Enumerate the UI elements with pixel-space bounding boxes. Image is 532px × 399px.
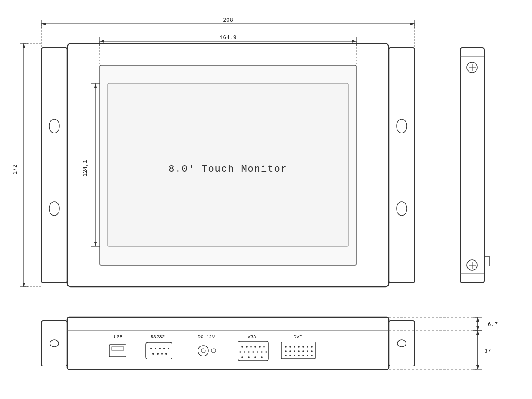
svg-point-75 bbox=[248, 351, 250, 353]
svg-point-96 bbox=[302, 350, 304, 352]
svg-point-101 bbox=[294, 355, 295, 356]
svg-point-56 bbox=[155, 348, 156, 349]
dvi-label: DVI bbox=[294, 334, 302, 339]
svg-point-65 bbox=[201, 349, 205, 353]
dc12v-label: DC 12V bbox=[198, 334, 215, 339]
svg-point-6 bbox=[49, 202, 59, 216]
svg-rect-49 bbox=[389, 321, 415, 366]
svg-point-97 bbox=[307, 350, 308, 352]
svg-point-74 bbox=[244, 351, 245, 353]
svg-point-59 bbox=[168, 348, 169, 349]
dim-208: 208 bbox=[223, 17, 233, 23]
svg-point-66 bbox=[211, 349, 216, 353]
svg-point-86 bbox=[289, 346, 291, 348]
svg-point-50 bbox=[50, 340, 59, 347]
svg-point-100 bbox=[289, 355, 291, 356]
svg-marker-28 bbox=[23, 43, 25, 48]
svg-point-8 bbox=[397, 202, 407, 216]
svg-point-70 bbox=[254, 346, 256, 348]
svg-point-5 bbox=[49, 119, 59, 133]
svg-point-99 bbox=[285, 355, 287, 356]
svg-point-71 bbox=[259, 346, 261, 348]
svg-marker-15 bbox=[410, 23, 415, 25]
svg-point-68 bbox=[246, 346, 248, 348]
svg-point-82 bbox=[254, 356, 256, 358]
svg-point-55 bbox=[150, 348, 152, 349]
usb-label: USB bbox=[114, 334, 122, 339]
svg-marker-21 bbox=[100, 40, 104, 43]
svg-marker-14 bbox=[41, 23, 46, 25]
svg-point-89 bbox=[302, 346, 304, 348]
svg-point-91 bbox=[311, 346, 313, 348]
svg-rect-54 bbox=[112, 347, 124, 350]
svg-point-80 bbox=[241, 356, 243, 358]
svg-rect-46 bbox=[484, 256, 489, 266]
dim-124: 124,1 bbox=[82, 160, 89, 176]
monitor-label: 8.0' Touch Monitor bbox=[169, 164, 287, 175]
drawing-page: 8.0' Touch Monitor 208 164,9 172 124,1 bbox=[0, 0, 532, 399]
svg-rect-37 bbox=[460, 48, 484, 283]
svg-point-7 bbox=[397, 119, 407, 133]
svg-point-94 bbox=[294, 350, 295, 352]
svg-point-93 bbox=[289, 350, 291, 352]
svg-marker-118 bbox=[476, 330, 479, 335]
svg-rect-3 bbox=[389, 48, 415, 283]
dim-37: 37 bbox=[484, 348, 491, 355]
svg-point-88 bbox=[298, 346, 300, 348]
svg-point-102 bbox=[298, 355, 300, 356]
vga-label: VGA bbox=[248, 334, 256, 339]
svg-point-79 bbox=[265, 351, 267, 353]
svg-point-69 bbox=[250, 346, 252, 348]
svg-marker-29 bbox=[23, 283, 25, 287]
svg-point-76 bbox=[252, 351, 254, 353]
svg-marker-35 bbox=[94, 83, 97, 88]
svg-rect-48 bbox=[41, 321, 67, 366]
svg-point-61 bbox=[157, 353, 159, 355]
svg-point-83 bbox=[261, 356, 263, 358]
svg-point-77 bbox=[257, 351, 258, 353]
svg-marker-111 bbox=[476, 326, 479, 330]
svg-point-60 bbox=[152, 353, 154, 355]
svg-point-64 bbox=[198, 346, 208, 356]
svg-point-62 bbox=[161, 353, 163, 355]
svg-point-85 bbox=[285, 346, 287, 348]
svg-point-63 bbox=[165, 353, 167, 355]
svg-point-51 bbox=[397, 340, 406, 347]
svg-marker-36 bbox=[94, 242, 97, 246]
svg-rect-53 bbox=[109, 345, 126, 357]
svg-point-67 bbox=[241, 346, 243, 348]
svg-rect-1 bbox=[41, 48, 67, 283]
svg-point-105 bbox=[311, 355, 313, 356]
svg-point-103 bbox=[302, 355, 304, 356]
svg-point-90 bbox=[307, 346, 308, 348]
svg-point-81 bbox=[248, 356, 250, 358]
svg-marker-22 bbox=[352, 40, 356, 43]
dim-172: 172 bbox=[12, 164, 18, 174]
svg-rect-47 bbox=[67, 317, 389, 369]
svg-point-57 bbox=[159, 348, 161, 349]
dim-164: 164,9 bbox=[219, 34, 236, 41]
svg-point-87 bbox=[294, 346, 295, 348]
svg-marker-110 bbox=[476, 317, 479, 322]
svg-marker-119 bbox=[476, 365, 479, 369]
svg-point-78 bbox=[261, 351, 263, 353]
svg-point-98 bbox=[311, 350, 313, 352]
svg-point-58 bbox=[163, 348, 165, 349]
svg-point-95 bbox=[298, 350, 300, 352]
dim-16-7: 16,7 bbox=[484, 321, 498, 328]
svg-point-92 bbox=[285, 350, 287, 352]
svg-point-73 bbox=[239, 351, 241, 353]
svg-point-72 bbox=[263, 346, 265, 348]
svg-point-104 bbox=[307, 355, 308, 356]
rs232-label: RS232 bbox=[150, 334, 165, 339]
